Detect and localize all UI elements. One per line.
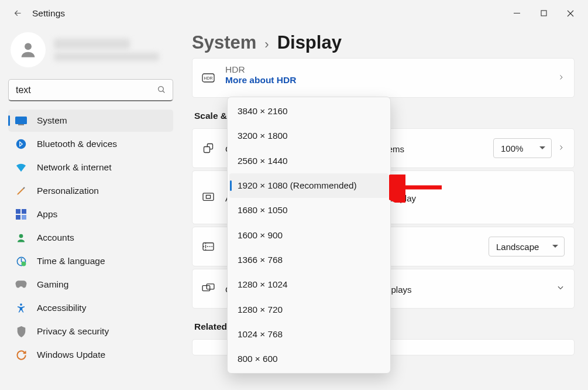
sidebar-item-update[interactable]: Windows Update xyxy=(8,344,173,366)
avatar xyxy=(11,32,46,67)
sidebar-item-label: Bluetooth & devices xyxy=(37,139,117,149)
breadcrumb: System › Display xyxy=(192,32,580,53)
sidebar-item-label: Accounts xyxy=(37,232,74,243)
sidebar-item-network[interactable]: Network & internet xyxy=(8,156,173,179)
orientation-select[interactable]: Landscape xyxy=(489,237,565,256)
resolution-option[interactable]: 1280 × 1024 xyxy=(229,272,388,297)
resolution-icon xyxy=(202,191,215,204)
chevron-down-icon xyxy=(556,283,565,294)
sidebar-item-label: Personalization xyxy=(37,186,99,196)
titlebar: Settings xyxy=(0,0,588,26)
svg-rect-25 xyxy=(207,284,214,289)
svg-text:HDR: HDR xyxy=(204,76,212,80)
svg-rect-20 xyxy=(204,147,210,153)
sidebar-item-privacy[interactable]: Privacy & security xyxy=(8,320,173,343)
svg-rect-12 xyxy=(16,215,20,220)
person-icon xyxy=(15,232,27,244)
close-icon xyxy=(567,10,574,17)
svg-rect-13 xyxy=(22,215,26,220)
resolution-option[interactable]: 2560 × 1440 xyxy=(229,149,388,173)
breadcrumb-current: Display xyxy=(277,32,342,53)
svg-rect-11 xyxy=(22,209,26,214)
search-input[interactable] xyxy=(8,79,173,101)
svg-rect-8 xyxy=(18,124,24,125)
search-icon xyxy=(157,85,166,97)
sidebar-item-label: Time & language xyxy=(37,256,105,266)
window-buttons xyxy=(503,4,584,23)
breadcrumb-root[interactable]: System xyxy=(192,32,256,53)
chevron-right-icon[interactable] xyxy=(558,143,565,153)
chevron-right-icon xyxy=(558,73,565,83)
svg-rect-24 xyxy=(202,286,210,291)
user-info[interactable] xyxy=(8,31,173,74)
app-title: Settings xyxy=(32,8,65,19)
minimize-button[interactable] xyxy=(503,4,530,23)
svg-point-9 xyxy=(16,139,26,149)
resolution-option[interactable]: 3200 × 1800 xyxy=(229,124,388,148)
resolution-option[interactable]: 3840 × 2160 xyxy=(229,99,388,124)
orientation-icon xyxy=(202,240,215,253)
svg-rect-21 xyxy=(203,193,214,201)
svg-line-6 xyxy=(163,91,164,93)
search-wrap xyxy=(8,79,173,101)
resolution-option-selected[interactable]: 1920 × 1080 (Recommended) xyxy=(229,173,388,198)
svg-rect-22 xyxy=(206,195,210,198)
hdr-icon: HDR xyxy=(202,71,215,84)
setting-card-hdr[interactable]: HDR HDR More about HDR xyxy=(192,58,575,98)
shield-icon xyxy=(15,326,27,337)
sidebar-item-accessibility[interactable]: Accessibility xyxy=(8,297,173,319)
svg-point-4 xyxy=(25,43,32,50)
resolution-option[interactable]: 1600 × 900 xyxy=(229,223,388,247)
arrow-left-icon xyxy=(13,8,23,18)
sidebar-item-gaming[interactable]: Gaming xyxy=(8,273,173,296)
resolution-option[interactable]: 800 × 600 xyxy=(229,347,388,371)
svg-point-14 xyxy=(19,234,23,238)
minimize-icon xyxy=(514,10,520,16)
svg-rect-7 xyxy=(15,117,27,124)
sidebar-item-label: Privacy & security xyxy=(37,326,109,337)
sidebar-item-apps[interactable]: Apps xyxy=(8,203,173,225)
annotation-arrow-icon xyxy=(389,175,445,203)
resolution-option[interactable]: 1280 × 720 xyxy=(229,297,388,321)
svg-rect-10 xyxy=(16,209,20,214)
bluetooth-icon xyxy=(15,138,27,150)
hdr-link[interactable]: More about HDR xyxy=(225,75,547,85)
sidebar-item-label: System xyxy=(37,115,67,126)
maximize-button[interactable] xyxy=(530,4,557,23)
scale-icon xyxy=(202,142,215,155)
system-icon xyxy=(15,115,27,126)
user-info-text xyxy=(54,39,159,61)
apps-icon xyxy=(15,208,27,220)
svg-point-17 xyxy=(20,303,22,306)
svg-rect-1 xyxy=(541,11,546,16)
gamepad-icon xyxy=(15,279,27,290)
sidebar: System Bluetooth & devices Network & int… xyxy=(0,26,180,366)
svg-point-5 xyxy=(159,87,164,92)
setting-title: HDR xyxy=(225,64,547,75)
sidebar-item-label: Windows Update xyxy=(37,350,105,360)
sidebar-item-label: Apps xyxy=(37,209,57,220)
sidebar-item-label: Network & internet xyxy=(37,162,112,173)
sidebar-item-label: Gaming xyxy=(37,279,68,290)
refresh-icon xyxy=(15,349,27,361)
scale-select[interactable]: 100% xyxy=(493,138,552,158)
resolution-option[interactable]: 1024 × 768 xyxy=(229,322,388,347)
resolution-option[interactable]: 1680 × 1050 xyxy=(229,198,388,223)
sidebar-item-accounts[interactable]: Accounts xyxy=(8,227,173,249)
svg-point-16 xyxy=(21,261,26,266)
multiple-displays-icon xyxy=(202,282,215,295)
resolution-dropdown: 3840 × 2160 3200 × 1800 2560 × 1440 1920… xyxy=(227,97,391,374)
paint-icon xyxy=(15,185,27,197)
accessibility-icon xyxy=(15,302,27,314)
maximize-icon xyxy=(541,10,547,16)
close-button[interactable] xyxy=(557,4,584,23)
resolution-option[interactable]: 1366 × 768 xyxy=(229,248,388,272)
sidebar-item-time[interactable]: Time & language xyxy=(8,250,173,272)
back-button[interactable] xyxy=(8,4,27,23)
sidebar-item-bluetooth[interactable]: Bluetooth & devices xyxy=(8,133,173,155)
sidebar-item-label: Accessibility xyxy=(37,303,86,313)
sidebar-item-personalization[interactable]: Personalization xyxy=(8,180,173,202)
clock-globe-icon xyxy=(15,255,27,267)
wifi-icon xyxy=(15,162,27,173)
sidebar-item-system[interactable]: System xyxy=(8,110,173,132)
